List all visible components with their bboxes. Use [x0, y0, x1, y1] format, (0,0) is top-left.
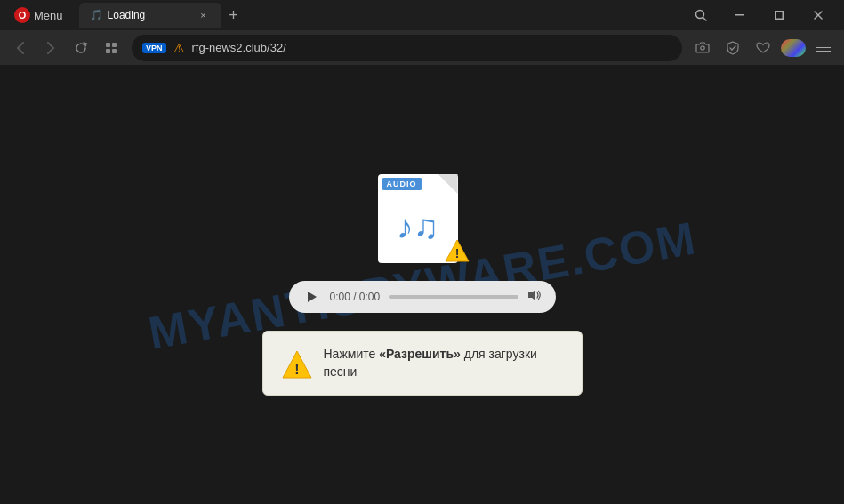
- extensions-icon: [781, 39, 806, 57]
- menu-label: Menu: [34, 9, 63, 22]
- svg-rect-6: [106, 43, 110, 47]
- svg-text:!: !: [294, 362, 299, 377]
- time-display: 0:00 / 0:00: [330, 291, 381, 303]
- svg-line-12: [732, 46, 735, 50]
- tab-favicon: 🎵: [90, 9, 102, 21]
- main-menu-button[interactable]: [810, 35, 837, 61]
- svg-line-1: [703, 18, 707, 21]
- window-controls: [682, 0, 837, 30]
- menu-lines-icon: [811, 38, 836, 57]
- shield-button[interactable]: [719, 35, 746, 61]
- maximize-button[interactable]: [760, 0, 798, 30]
- new-tab-button[interactable]: +: [221, 3, 246, 28]
- audio-player: 0:00 / 0:00: [289, 281, 556, 313]
- notification-warning-icon: !: [281, 349, 309, 378]
- title-bar: O Menu 🎵 Loading × +: [0, 0, 844, 30]
- tabs-area: 🎵 Loading × +: [76, 3, 677, 28]
- audio-warning-badge: !: [444, 238, 470, 267]
- search-window-button[interactable]: [682, 0, 719, 30]
- svg-rect-7: [112, 43, 117, 47]
- notification-text-bold: «Разрешить»: [379, 347, 461, 361]
- address-bar[interactable]: VPN ⚠ rfg-news2.club/32/: [132, 35, 682, 61]
- page-content: MYANTISPYWARE.COM AUDIO ♪♫ !: [0, 66, 844, 504]
- notification-text-plain: Нажмите: [324, 347, 380, 361]
- notification-text: Нажмите «Разрешить» для загрузки песни: [324, 346, 564, 380]
- active-tab[interactable]: 🎵 Loading ×: [79, 3, 221, 28]
- tab-title: Loading: [108, 9, 191, 21]
- audio-icon-container: AUDIO ♪♫ !: [378, 174, 467, 263]
- opera-menu[interactable]: O Menu: [7, 4, 70, 27]
- svg-rect-3: [776, 12, 784, 20]
- svg-point-10: [701, 46, 704, 50]
- minimize-button[interactable]: [721, 0, 759, 30]
- camera-button[interactable]: [689, 35, 716, 61]
- address-text: rfg-news2.club/32/: [192, 41, 671, 54]
- reload-button[interactable]: [68, 35, 94, 61]
- svg-marker-16: [528, 290, 535, 300]
- forward-button[interactable]: [37, 35, 64, 61]
- back-button[interactable]: [7, 35, 34, 61]
- progress-bar[interactable]: [389, 295, 518, 299]
- audio-label-badge: AUDIO: [382, 178, 422, 190]
- volume-button[interactable]: [527, 289, 542, 304]
- notification-box: ! Нажмите «Разрешить» для загрузки песни: [262, 331, 583, 396]
- tab-close-button[interactable]: ×: [197, 8, 211, 22]
- heart-button[interactable]: [750, 35, 776, 61]
- svg-rect-9: [112, 49, 117, 53]
- toolbar: VPN ⚠ rfg-news2.club/32/: [0, 30, 844, 66]
- grid-view-button[interactable]: [98, 35, 125, 61]
- play-button[interactable]: [303, 288, 321, 306]
- content-area: AUDIO ♪♫ ! 0:00 / 0:00: [262, 174, 583, 396]
- extensions-button[interactable]: [780, 35, 807, 61]
- svg-marker-15: [308, 292, 317, 302]
- music-notes-icon: ♪♫: [397, 208, 439, 246]
- svg-rect-8: [106, 49, 110, 53]
- vpn-badge: VPN: [142, 43, 166, 53]
- browser-frame: O Menu 🎵 Loading × +: [0, 0, 844, 504]
- close-window-button[interactable]: [800, 0, 837, 30]
- opera-logo: O: [14, 7, 30, 23]
- svg-text:!: !: [454, 246, 459, 260]
- svg-rect-2: [735, 14, 744, 16]
- security-warning-icon: ⚠: [173, 41, 185, 55]
